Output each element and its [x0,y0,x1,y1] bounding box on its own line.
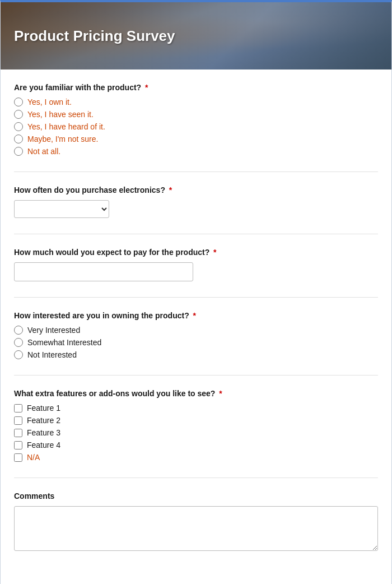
q1-option-3[interactable]: Yes, I have heard of it. [14,122,378,131]
q4-radio-3[interactable] [14,350,23,359]
comments-textarea[interactable] [14,506,378,551]
question-1-label: Are you familiar with the product? * [14,83,378,92]
q1-label-3[interactable]: Yes, I have heard of it. [27,122,105,131]
q1-radio-5[interactable] [14,147,23,156]
question-4-block: How interested are you in owning the pro… [14,311,378,359]
q5-checkbox-3[interactable] [14,429,22,437]
q5-option-4[interactable]: Feature 4 [14,441,378,449]
q5-checkbox-2[interactable] [14,416,22,425]
q5-option-1[interactable]: Feature 1 [14,404,378,412]
q1-label-5[interactable]: Not at all. [27,147,60,156]
q4-label-2[interactable]: Somewhat Interested [27,338,101,347]
q1-radio-4[interactable] [14,135,23,143]
q4-label-1[interactable]: Very Interested [27,326,80,335]
q5-label-na[interactable]: N/A [27,453,40,462]
question-2-label: How often do you purchase electronics? * [14,186,378,194]
question-3-label: How much would you expect to pay for the… [14,248,378,257]
question-1-block: Are you familiar with the product? * Yes… [14,83,378,156]
q2-select[interactable]: Daily Weekly Monthly Yearly Rarely [14,200,109,218]
q5-option-2[interactable]: Feature 2 [14,416,378,425]
question-3-block: How much would you expect to pay for the… [14,248,378,281]
q5-option-na[interactable]: N/A [14,453,378,462]
survey-container: Product Pricing Survey Are you familiar … [0,0,392,584]
q4-option-1[interactable]: Very Interested [14,326,378,335]
q4-option-3[interactable]: Not Interested [14,350,378,359]
q1-option-2[interactable]: Yes, I have seen it. [14,110,378,119]
question-5-block: What extra features or add-ons would you… [14,389,378,462]
required-star-3: * [211,248,216,257]
q5-option-3[interactable]: Feature 3 [14,428,378,437]
q4-radio-1[interactable] [14,326,23,335]
q5-checkbox-na[interactable] [14,453,22,462]
comments-label: Comments [14,492,378,500]
q5-label-3[interactable]: Feature 3 [27,428,60,437]
q1-label-1[interactable]: Yes, I own it. [27,98,72,106]
divider-2 [14,234,378,234]
comments-block: Comments [14,492,378,553]
q4-label-3[interactable]: Not Interested [27,350,77,359]
q4-radio-2[interactable] [14,338,23,347]
required-star-5: * [217,389,222,398]
q1-option-5[interactable]: Not at all. [14,147,378,156]
q1-label-4[interactable]: Maybe, I'm not sure. [27,135,98,143]
q5-checkbox-1[interactable] [14,404,22,412]
question-5-label: What extra features or add-ons would you… [14,389,378,398]
q1-radio-2[interactable] [14,110,23,119]
q1-radio-3[interactable] [14,122,23,131]
question-2-block: How often do you purchase electronics? *… [14,186,378,218]
q3-text-input[interactable] [14,262,193,281]
divider-5 [14,478,378,478]
survey-title: Product Pricing Survey [14,27,175,45]
q5-checkbox-4[interactable] [14,441,22,449]
required-star-4: * [191,311,196,320]
q5-label-2[interactable]: Feature 2 [27,416,60,425]
survey-header: Product Pricing Survey [1,2,391,69]
question-4-label: How interested are you in owning the pro… [14,311,378,320]
q1-radio-1[interactable] [14,98,23,106]
q1-option-4[interactable]: Maybe, I'm not sure. [14,135,378,143]
survey-body: Are you familiar with the product? * Yes… [1,69,391,584]
q5-label-4[interactable]: Feature 4 [27,441,60,449]
q1-label-2[interactable]: Yes, I have seen it. [27,110,94,119]
divider-3 [14,297,378,298]
required-star-1: * [143,83,148,92]
required-star-2: * [167,186,172,194]
q5-label-1[interactable]: Feature 1 [27,404,60,412]
divider-4 [14,375,378,376]
divider-1 [14,172,378,172]
q1-option-1[interactable]: Yes, I own it. [14,98,378,106]
q4-option-2[interactable]: Somewhat Interested [14,338,378,347]
